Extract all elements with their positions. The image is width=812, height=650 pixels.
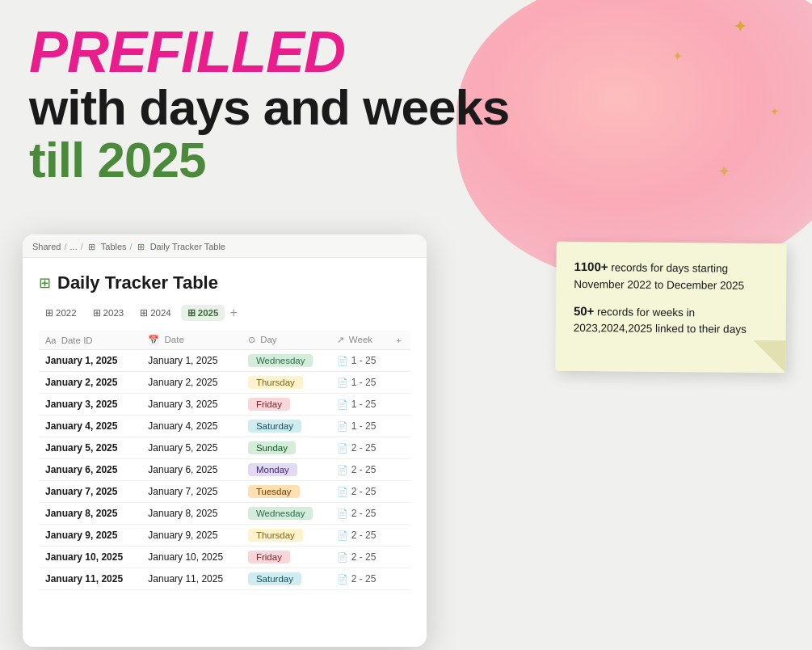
cell-extra-8	[389, 525, 410, 547]
th-day-label: Day	[260, 335, 276, 344]
week-link-4[interactable]: 📄 2 - 25	[337, 442, 384, 454]
cell-day-4: Sunday	[242, 437, 330, 459]
star-decoration-4: ✦	[717, 162, 731, 181]
table-row: January 7, 2025 January 7, 2025 Tuesday …	[39, 481, 410, 503]
tab-2024[interactable]: ⊞ 2024	[133, 305, 178, 321]
notion-titlebar: Shared / ... / ⊞ Tables / ⊞ Daily Tracke…	[23, 234, 427, 258]
current-page-icon: ⊞	[136, 241, 147, 252]
cell-day-6: Tuesday	[242, 481, 330, 503]
cell-extra-2	[389, 394, 410, 416]
cell-extra-10	[389, 568, 410, 590]
tables-icon: ⊞	[86, 241, 98, 252]
table-row: January 11, 2025 January 11, 2025 Saturd…	[39, 568, 410, 590]
sticky-note: 1100+ records for days starting November…	[555, 242, 786, 373]
notion-window: Shared / ... / ⊞ Tables / ⊞ Daily Tracke…	[23, 234, 427, 647]
cell-week-5: 📄 2 - 25	[330, 459, 390, 481]
cell-extra-1	[389, 372, 410, 394]
week-link-8[interactable]: 📄 2 - 25	[337, 530, 384, 541]
table-row: January 6, 2025 January 6, 2025 Monday 📄…	[39, 459, 410, 481]
weeks-text: records for weeks in 2023,2024,2025 link…	[574, 306, 747, 336]
day-badge-5: Monday	[248, 463, 297, 476]
cell-date-4: January 5, 2025	[141, 437, 242, 459]
cell-date-9: January 10, 2025	[141, 547, 242, 568]
th-date-label: Date	[165, 335, 184, 344]
table-row: January 8, 2025 January 8, 2025 Wednesda…	[39, 503, 410, 525]
th-add-column[interactable]: +	[389, 331, 410, 350]
records-count: 1100+	[574, 260, 608, 273]
th-date-icon: 📅	[148, 335, 159, 344]
week-link-icon-2: 📄	[337, 399, 348, 410]
headline-container: PREFILLED with days and weeks till 2025	[29, 23, 509, 186]
cell-day-7: Wednesday	[242, 503, 330, 525]
table-row: January 5, 2025 January 5, 2025 Sunday 📄…	[39, 437, 410, 459]
tab-2024-label: 2024	[150, 308, 171, 318]
week-link-2[interactable]: 📄 1 - 25	[337, 399, 384, 410]
tab-2022-icon: ⊞	[45, 307, 53, 319]
cell-date-id-0: January 1, 2025	[39, 350, 141, 372]
tracker-table: Aa Date ID 📅 Date ⊙ Day ↗ Week	[39, 331, 410, 590]
cell-week-7: 📄 2 - 25	[330, 503, 390, 525]
notion-title-icon: ⊞	[39, 274, 51, 292]
week-link-3[interactable]: 📄 1 - 25	[337, 420, 384, 432]
cell-date-id-4: January 5, 2025	[39, 437, 141, 459]
day-badge-3: Saturday	[248, 420, 301, 433]
day-badge-1: Thursday	[248, 376, 303, 389]
table-row: January 10, 2025 January 10, 2025 Friday…	[39, 547, 410, 568]
day-badge-7: Wednesday	[248, 507, 313, 520]
week-link-7[interactable]: 📄 2 - 25	[337, 508, 384, 519]
star-decoration-3: ✦	[770, 105, 780, 118]
week-link-10[interactable]: 📄 2 - 25	[337, 573, 384, 585]
cell-date-5: January 6, 2025	[141, 459, 242, 481]
day-badge-8: Thursday	[248, 529, 303, 542]
add-tab-button[interactable]: +	[229, 306, 237, 320]
tab-2025-icon: ⊞	[187, 307, 196, 319]
breadcrumb-sep3: /	[130, 242, 133, 251]
cell-date-1: January 2, 2025	[141, 372, 242, 394]
table-row: January 4, 2025 January 4, 2025 Saturday…	[39, 416, 410, 437]
week-link-icon-1: 📄	[337, 378, 348, 388]
table-header-row: Aa Date ID 📅 Date ⊙ Day ↗ Week	[39, 331, 410, 350]
cell-day-0: Wednesday	[242, 350, 330, 372]
th-day-icon: ⊙	[248, 335, 255, 344]
cell-date-id-5: January 6, 2025	[39, 459, 141, 481]
day-badge-2: Friday	[248, 398, 290, 411]
cell-extra-6	[389, 481, 410, 503]
week-link-icon-0: 📄	[337, 356, 348, 366]
cell-week-1: 📄 1 - 25	[330, 372, 390, 394]
week-link-0[interactable]: 📄 1 - 25	[337, 355, 384, 366]
tab-2022-label: 2022	[56, 308, 77, 318]
table-body: January 1, 2025 January 1, 2025 Wednesda…	[39, 350, 410, 590]
tab-2023[interactable]: ⊞ 2023	[86, 305, 131, 321]
cell-date-6: January 7, 2025	[141, 481, 242, 503]
cell-date-8: January 9, 2025	[141, 525, 242, 547]
week-link-1[interactable]: 📄 1 - 25	[337, 377, 384, 388]
table-row: January 3, 2025 January 3, 2025 Friday 📄…	[39, 394, 410, 416]
cell-day-8: Thursday	[242, 525, 330, 547]
cell-week-10: 📄 2 - 25	[330, 568, 390, 590]
cell-date-id-10: January 11, 2025	[39, 568, 141, 590]
tab-2025[interactable]: ⊞ 2025	[181, 305, 225, 321]
week-link-icon-10: 📄	[337, 574, 348, 585]
cell-date-0: January 1, 2025	[141, 350, 242, 372]
watercolor-decoration	[456, 0, 812, 283]
tab-2024-icon: ⊞	[140, 307, 148, 319]
notion-body: ⊞ Daily Tracker Table ⊞ 2022 ⊞ 2023 ⊞ 20…	[23, 258, 427, 641]
breadcrumb-tables: Tables	[101, 242, 127, 251]
cell-week-2: 📄 1 - 25	[330, 394, 390, 416]
star-decoration-2: ✦	[672, 49, 683, 64]
breadcrumb-current: Daily Tracker Table	[150, 242, 225, 251]
cell-extra-3	[389, 416, 410, 437]
th-week-label: Week	[349, 335, 372, 344]
week-link-5[interactable]: 📄 2 - 25	[337, 464, 384, 475]
tab-2022[interactable]: ⊞ 2022	[39, 305, 83, 321]
notion-title-text: Daily Tracker Table	[57, 272, 218, 293]
table-row: January 1, 2025 January 1, 2025 Wednesda…	[39, 350, 410, 372]
th-date-id-label: Date ID	[61, 336, 93, 345]
cell-date-3: January 4, 2025	[141, 416, 242, 437]
week-link-9[interactable]: 📄 2 - 25	[337, 551, 384, 563]
tab-2025-label: 2025	[198, 308, 219, 318]
headline-days: with days and weeks	[29, 81, 509, 133]
week-link-6[interactable]: 📄 2 - 25	[337, 486, 384, 497]
cell-week-0: 📄 1 - 25	[330, 350, 390, 372]
cell-date-id-7: January 8, 2025	[39, 503, 141, 525]
